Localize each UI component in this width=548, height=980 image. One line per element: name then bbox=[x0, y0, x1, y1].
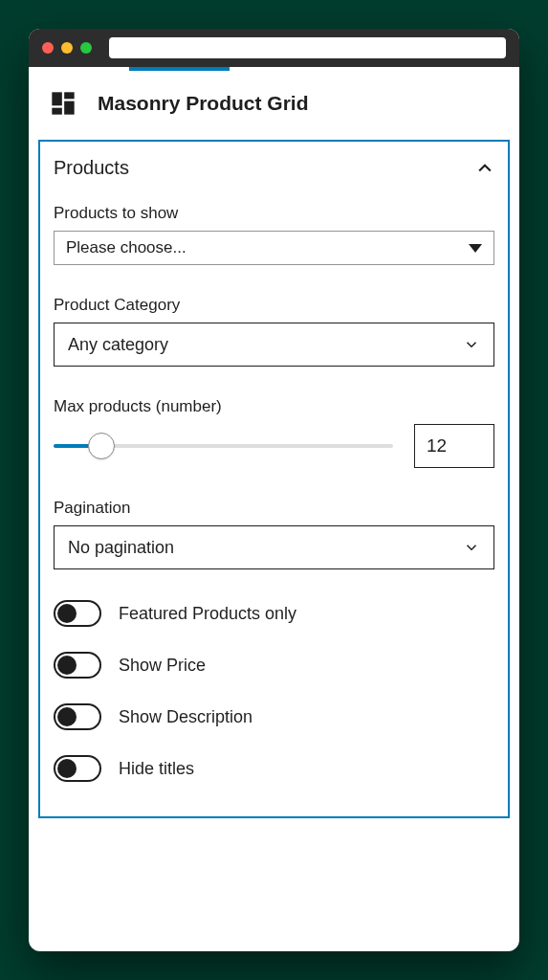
max-products-field: Max products (number) 12 bbox=[54, 397, 494, 468]
close-window-button[interactable] bbox=[42, 42, 54, 54]
show-description-toggle[interactable] bbox=[54, 703, 101, 730]
block-header: Masonry Product Grid bbox=[29, 71, 519, 140]
show-price-toggle-row: Show Price bbox=[54, 652, 494, 679]
panel-body: Products to show Please choose... Produc… bbox=[40, 194, 508, 816]
masonry-grid-icon bbox=[50, 90, 77, 117]
toggle-knob bbox=[57, 604, 77, 623]
maximize-window-button[interactable] bbox=[80, 42, 92, 54]
products-to-show-field: Products to show Please choose... bbox=[54, 204, 494, 265]
svg-rect-3 bbox=[64, 101, 75, 115]
svg-rect-1 bbox=[52, 108, 62, 115]
product-category-field: Product Category Any category bbox=[54, 296, 494, 367]
max-products-slider[interactable] bbox=[54, 431, 393, 461]
product-category-value: Any category bbox=[68, 335, 168, 355]
toggle-knob bbox=[57, 656, 77, 675]
featured-products-label: Featured Products only bbox=[119, 604, 296, 624]
chevron-up-icon bbox=[475, 159, 494, 178]
products-to-show-select[interactable]: Please choose... bbox=[54, 231, 494, 265]
show-description-toggle-row: Show Description bbox=[54, 703, 494, 730]
svg-rect-2 bbox=[64, 92, 75, 99]
product-category-label: Product Category bbox=[54, 296, 494, 315]
show-price-label: Show Price bbox=[119, 656, 206, 676]
show-price-toggle[interactable] bbox=[54, 652, 101, 679]
max-products-label: Max products (number) bbox=[54, 397, 494, 416]
toggle-knob bbox=[57, 707, 77, 726]
chevron-down-icon bbox=[463, 336, 480, 353]
featured-products-toggle[interactable] bbox=[54, 600, 101, 627]
product-category-select[interactable]: Any category bbox=[54, 323, 494, 367]
block-title: Masonry Product Grid bbox=[98, 92, 309, 115]
max-products-value: 12 bbox=[427, 435, 447, 457]
hide-titles-toggle-row: Hide titles bbox=[54, 755, 494, 782]
max-products-input[interactable]: 12 bbox=[414, 424, 494, 468]
products-to-show-value: Please choose... bbox=[66, 238, 186, 257]
pagination-field: Pagination No pagination bbox=[54, 499, 494, 569]
pagination-select[interactable]: No pagination bbox=[54, 525, 494, 569]
panel-header[interactable]: Products bbox=[40, 142, 508, 194]
pagination-label: Pagination bbox=[54, 499, 494, 518]
caret-down-icon bbox=[469, 244, 482, 253]
products-panel: Products Products to show Please choose.… bbox=[38, 140, 510, 818]
show-description-label: Show Description bbox=[119, 707, 252, 727]
chevron-down-icon bbox=[463, 539, 480, 556]
toggle-knob bbox=[57, 759, 77, 778]
browser-window: Masonry Product Grid Products Products t… bbox=[29, 29, 519, 951]
products-to-show-label: Products to show bbox=[54, 204, 494, 223]
hide-titles-label: Hide titles bbox=[119, 759, 194, 779]
url-bar[interactable] bbox=[109, 37, 506, 58]
minimize-window-button[interactable] bbox=[61, 42, 73, 54]
featured-products-toggle-row: Featured Products only bbox=[54, 600, 494, 627]
window-titlebar bbox=[29, 29, 519, 67]
sidebar-content: Masonry Product Grid Products Products t… bbox=[29, 67, 519, 951]
panel-title: Products bbox=[54, 157, 129, 179]
slider-row: 12 bbox=[54, 424, 494, 468]
pagination-value: No pagination bbox=[68, 538, 174, 558]
svg-rect-0 bbox=[52, 92, 62, 105]
slider-thumb[interactable] bbox=[88, 433, 115, 459]
hide-titles-toggle[interactable] bbox=[54, 755, 101, 782]
